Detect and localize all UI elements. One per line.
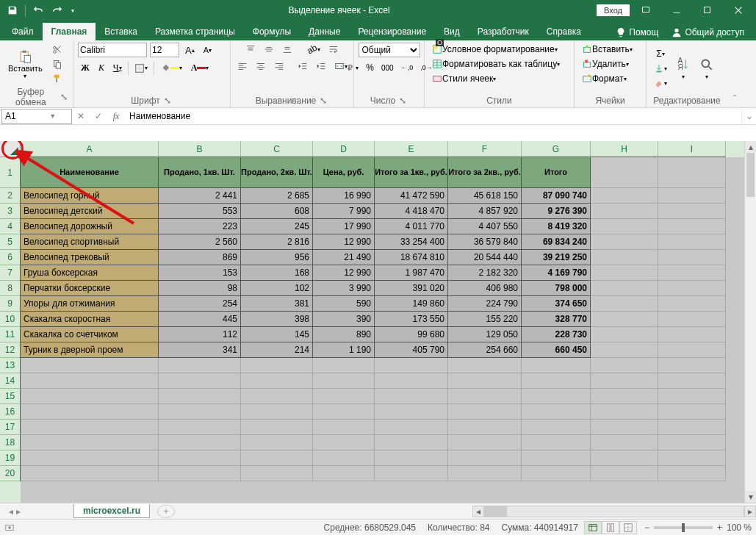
table-cell[interactable]: 4 169 790 [522, 265, 591, 281]
insert-function-button[interactable]: fx [107, 109, 125, 124]
table-cell[interactable]: 17 990 [313, 219, 375, 234]
row-header-10[interactable]: 10 [0, 312, 21, 327]
cell[interactable] [241, 358, 313, 373]
col-header-D[interactable]: D [313, 141, 375, 157]
cell[interactable] [21, 466, 159, 481]
table-cell[interactable]: 956 [241, 250, 313, 265]
scroll-right-button[interactable]: ▸ [744, 506, 756, 517]
cell[interactable] [591, 435, 658, 450]
format-as-table-button[interactable]: Форматировать как таблицу▾ [429, 57, 563, 71]
cell-styles-button[interactable]: Стили ячеек▾ [429, 72, 499, 85]
cell[interactable] [448, 389, 522, 404]
align-launcher[interactable]: ⤡ [318, 96, 328, 106]
format-painter-button[interactable] [49, 72, 65, 85]
align-bottom-button[interactable] [279, 43, 295, 56]
minimize-button[interactable] [662, 0, 691, 21]
col-header-G[interactable]: G [522, 141, 591, 157]
table-cell[interactable]: 99 680 [375, 327, 448, 342]
row-header-14[interactable]: 14 [0, 373, 21, 389]
cell[interactable] [375, 450, 448, 466]
sheet-tab-active[interactable]: microexcel.ru [73, 504, 150, 518]
table-cell[interactable]: 445 [159, 312, 241, 327]
row-header-15[interactable]: 15 [0, 389, 21, 404]
zoom-level[interactable]: 100 % [727, 523, 752, 533]
copy-button[interactable] [49, 57, 65, 71]
row-header-2[interactable]: 2 [0, 188, 21, 204]
cell[interactable] [658, 342, 726, 358]
align-left-button[interactable] [234, 60, 251, 73]
cell[interactable] [522, 420, 591, 435]
cell[interactable] [375, 358, 448, 373]
cell[interactable] [658, 327, 726, 342]
row-header-19[interactable]: 19 [0, 450, 21, 466]
cell[interactable] [591, 188, 658, 204]
row-header-7[interactable]: 7 [0, 265, 21, 281]
table-cell[interactable]: 20 544 440 [448, 250, 522, 265]
font-size-input[interactable] [150, 43, 179, 57]
header-cell[interactable]: Продано, 1кв. Шт. [159, 157, 241, 188]
table-cell[interactable]: 173 550 [375, 312, 448, 327]
table-cell[interactable]: 254 [159, 296, 241, 312]
cell[interactable] [658, 389, 726, 404]
table-cell[interactable]: 391 020 [375, 281, 448, 296]
cell[interactable] [591, 327, 658, 342]
fill-button[interactable]: ▾ [651, 62, 670, 75]
cell[interactable] [313, 450, 375, 466]
cell[interactable] [375, 404, 448, 420]
table-cell[interactable]: 2 182 320 [448, 265, 522, 281]
cell[interactable] [448, 358, 522, 373]
borders-button[interactable]: ▾ [132, 62, 151, 75]
enter-formula-button[interactable]: ✓ [90, 109, 107, 124]
table-row-name[interactable]: Скакалка скоростная [21, 312, 159, 327]
cell[interactable] [159, 373, 241, 389]
vertical-scrollbar[interactable]: ▴ ▾ [744, 141, 756, 503]
table-cell[interactable]: 45 618 150 [448, 188, 522, 204]
table-cell[interactable]: 4 407 550 [448, 219, 522, 234]
cell[interactable] [658, 219, 726, 234]
cell[interactable] [241, 450, 313, 466]
find-select-button[interactable]: ▾ [696, 56, 717, 82]
align-right-button[interactable] [271, 60, 287, 73]
cell[interactable] [522, 450, 591, 466]
font-color-button[interactable]: A▾ [188, 61, 212, 75]
scroll-left-button[interactable]: ◂ [472, 506, 484, 517]
cell[interactable] [658, 188, 726, 204]
cell[interactable] [313, 358, 375, 373]
cell[interactable] [313, 389, 375, 404]
cell[interactable] [159, 389, 241, 404]
cell[interactable] [591, 234, 658, 250]
increase-indent-button[interactable] [313, 60, 329, 73]
signin-button[interactable]: Вход [597, 4, 630, 16]
fill-color-button[interactable]: ▾ [157, 62, 185, 75]
table-cell[interactable]: 153 [159, 265, 241, 281]
cell[interactable] [313, 373, 375, 389]
cell[interactable] [658, 281, 726, 296]
header-cell[interactable]: Итого [522, 157, 591, 188]
cell[interactable] [591, 157, 658, 188]
tab-справка[interactable]: Справка [538, 23, 590, 40]
align-top-button[interactable] [242, 43, 259, 56]
zoom-in-button[interactable]: + [717, 523, 722, 533]
table-cell[interactable]: 228 730 [522, 327, 591, 342]
table-cell[interactable]: 36 579 840 [448, 234, 522, 250]
cell[interactable] [313, 404, 375, 420]
cell[interactable] [591, 265, 658, 281]
row-header-16[interactable]: 16 [0, 404, 21, 420]
table-cell[interactable]: 4 011 770 [375, 219, 448, 234]
tab-данные[interactable]: Данные [300, 23, 349, 40]
cell[interactable] [375, 420, 448, 435]
table-cell[interactable]: 2 685 [241, 188, 313, 204]
cell[interactable] [591, 373, 658, 389]
cell[interactable] [159, 450, 241, 466]
header-cell[interactable]: Продано, 2кв. Шт. [241, 157, 313, 188]
insert-cells-button[interactable]: Вставить ▾ [579, 43, 636, 56]
prev-sheet-button[interactable]: ◂ [9, 506, 13, 517]
cell[interactable] [591, 450, 658, 466]
cell[interactable] [658, 404, 726, 420]
table-cell[interactable]: 87 090 740 [522, 188, 591, 204]
table-row-name[interactable]: Велосипед спортивный [21, 234, 159, 250]
cell[interactable] [522, 435, 591, 450]
table-cell[interactable]: 12 990 [313, 234, 375, 250]
cell[interactable] [591, 466, 658, 481]
cell[interactable] [375, 435, 448, 450]
